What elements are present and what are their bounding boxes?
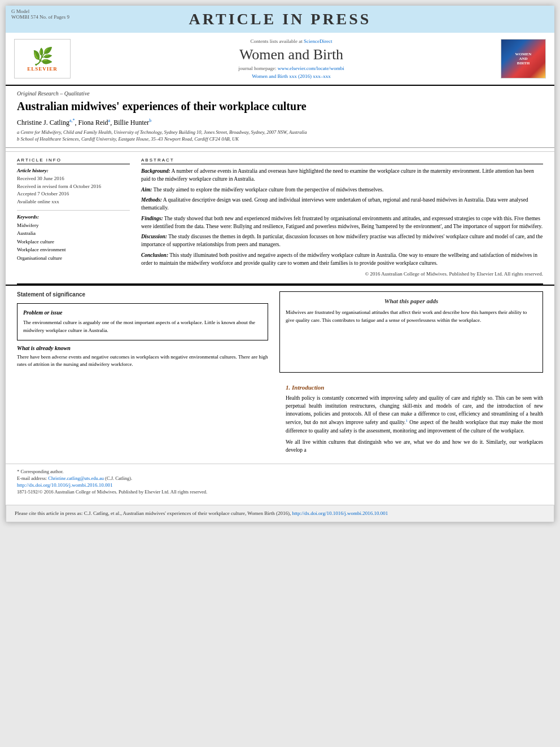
- journal-cover-image: WOMENANDBIRTH: [501, 39, 546, 78]
- aim-text: The study aimed to explore the midwifery…: [154, 187, 384, 193]
- abstract-col: ABSTRACT Background: A number of adverse…: [141, 158, 543, 278]
- footer-section: * Corresponding author. E-mail address: …: [6, 464, 554, 499]
- discussion-text: The study discusses the themes in depth.…: [141, 234, 542, 247]
- keywords-label: Keywords:: [17, 210, 130, 220]
- article-type: Original Research – Qualitative: [17, 90, 543, 97]
- intro-para-2: We all live within cultures that disting…: [286, 438, 543, 455]
- citation-line-header: Women and Birth xxx (2016) xxx–xxx: [82, 73, 501, 79]
- wombi-text: WOMBI 574 No. of Pages 9: [11, 14, 69, 20]
- author-hunter-sup: b: [149, 118, 151, 123]
- article-in-press-banner: G Model WOMBI 574 No. of Pages 9 ARTICLE…: [6, 6, 554, 33]
- author-catling-sup: a,*: [69, 118, 75, 123]
- introduction-section: 1. Introduction Health policy is constan…: [6, 378, 554, 458]
- journal-title: Women and Birth: [82, 46, 501, 63]
- significance-section: Statement of significance Problem or iss…: [6, 285, 554, 378]
- accepted-date: Accepted 7 October 2016: [17, 190, 130, 198]
- journal-center-info: Contents lists available at ScienceDirec…: [82, 38, 501, 79]
- corresponding-label: * Corresponding author.: [17, 469, 543, 474]
- doi-link[interactable]: http://dx.doi.org/10.1016/j.wombi.2016.1…: [17, 482, 543, 488]
- findings-text: The study showed that both new and exper…: [141, 216, 542, 229]
- elsevier-logo: 🌿 ELSEVIER: [14, 39, 71, 78]
- discussion-label: Discussion:: [141, 234, 167, 239]
- significance-title: Statement of significance: [17, 291, 268, 298]
- article-in-press-title: ARTICLE IN PRESS: [6, 10, 554, 28]
- affiliation-b: b School of Healthcare Sciences, Cardiff…: [17, 136, 543, 142]
- journal-header: 🌿 ELSEVIER Contents lists available at S…: [6, 33, 554, 86]
- background-text: A number of adverse events in Australia …: [141, 168, 534, 182]
- article-info-header: ARTICLE INFO: [17, 158, 130, 164]
- known-title: What is already known: [17, 345, 268, 351]
- significance-right: What this paper adds Midwives are frustr…: [279, 291, 543, 372]
- abstract-aim: Aim: The study aimed to explore the midw…: [141, 186, 543, 194]
- keyword-workplace-culture: Workplace culture: [17, 238, 130, 246]
- abstract-header: ABSTRACT: [141, 158, 543, 164]
- email-name: (C.J. Catling).: [105, 475, 132, 481]
- author-reid-sup: a: [108, 118, 111, 123]
- intro-right: 1. Introduction Health policy is constan…: [286, 384, 543, 458]
- email-link[interactable]: Christine.catling@uts.edu.au: [48, 475, 104, 481]
- keyword-org-culture: Organisational culture: [17, 254, 130, 262]
- g-model-text: G Model: [11, 8, 29, 14]
- article-info-col: ARTICLE INFO Article history: Received 3…: [17, 158, 130, 278]
- article-metadata: Original Research – Qualitative Australi…: [6, 86, 554, 145]
- known-section: What is already known There have been ad…: [17, 345, 268, 373]
- sciencedirect-link[interactable]: ScienceDirect: [304, 38, 332, 44]
- g-model-info: G Model WOMBI 574 No. of Pages 9: [11, 8, 69, 20]
- citation-doi-link[interactable]: http://dx.doi.org/10.1016/j.wombi.2016.1…: [292, 510, 388, 516]
- revised-date: Received in revised form 4 October 2016: [17, 183, 130, 191]
- received-date: Received 30 June 2016: [17, 175, 130, 183]
- significance-left: Statement of significance Problem or iss…: [17, 291, 268, 372]
- available-date: Available online xxx: [17, 198, 130, 206]
- copyright-line: © 2016 Australian College of Midwives. P…: [141, 270, 543, 278]
- contents-label: Contents lists available at: [251, 38, 303, 44]
- history-label: Article history:: [17, 168, 130, 173]
- what-adds-text: Midwives are frustrated by organisationa…: [286, 309, 537, 324]
- citation-banner: Please cite this article in press as: C.…: [6, 505, 554, 523]
- elsevier-brand-text: ELSEVIER: [27, 66, 58, 72]
- contents-line: Contents lists available at ScienceDirec…: [82, 38, 501, 44]
- aim-label: Aim:: [141, 187, 152, 193]
- journal-cover-text: WOMENANDBIRTH: [515, 52, 532, 65]
- keyword-workplace-env: Workplace environment: [17, 246, 130, 254]
- abstract-findings: Findings: The study showed that both new…: [141, 215, 543, 231]
- author-catling: Christine J. Catling: [17, 119, 69, 126]
- affiliation-a: a Centre for Midwifery, Child and Family…: [17, 129, 543, 135]
- homepage-url-link[interactable]: www.elsevier.com/locate/wombi: [278, 65, 344, 71]
- problem-box: Problem or issue The environmental cultu…: [17, 303, 268, 340]
- citation-text: Please cite this article in press as: C.…: [15, 510, 291, 516]
- abstract-background: Background: A number of adverse events i…: [141, 168, 543, 184]
- intro-para-1: Health policy is constantly concerned wi…: [286, 394, 543, 435]
- abstract-discussion: Discussion: The study discusses the them…: [141, 233, 543, 249]
- keyword-midwifery: Midwifery: [17, 221, 130, 229]
- conclusion-text: This study illuminated both positive and…: [141, 252, 537, 266]
- email-label: E-mail address:: [17, 475, 47, 481]
- article-main-title: Australian midwives' experiences of thei…: [17, 99, 543, 113]
- abstract-conclusion: Conclusion: This study illuminated both …: [141, 252, 543, 268]
- problem-text: The environmental culture is arguably on…: [23, 319, 262, 334]
- info-abstract-section: ARTICLE INFO Article history: Received 3…: [6, 151, 554, 283]
- abstract-methods: Methods: A qualitative descriptive desig…: [141, 196, 543, 212]
- background-label: Background:: [141, 168, 170, 174]
- journal-homepage: journal homepage: www.elsevier.com/locat…: [82, 65, 501, 71]
- page-container: G Model WOMBI 574 No. of Pages 9 ARTICLE…: [6, 6, 554, 522]
- authors-line: Christine J. Catlinga,*, Fiona Reida, Bi…: [17, 118, 543, 127]
- keyword-australia: Australia: [17, 229, 130, 237]
- homepage-label: journal homepage:: [238, 65, 276, 71]
- rights-reserved: 1871-5192/© 2016 Australian College of M…: [17, 489, 543, 495]
- problem-title: Problem or issue: [23, 309, 262, 316]
- abstract-content: Background: A number of adverse events i…: [141, 168, 543, 278]
- conclusion-label: Conclusion:: [141, 252, 168, 258]
- findings-label: Findings:: [141, 216, 163, 221]
- methods-label: Methods:: [141, 197, 162, 203]
- divider-1: [6, 147, 554, 148]
- email-line: E-mail address: Christine.catling@uts.ed…: [17, 475, 543, 481]
- intro-left: [17, 384, 274, 458]
- known-text: There have been adverse events and negat…: [17, 353, 268, 368]
- methods-text: A qualitative descriptive design was use…: [141, 197, 528, 211]
- intro-section-title: 1. Introduction: [286, 384, 543, 391]
- elsevier-tree-icon: 🌿: [32, 46, 53, 66]
- what-adds-title: What this paper adds: [286, 298, 537, 304]
